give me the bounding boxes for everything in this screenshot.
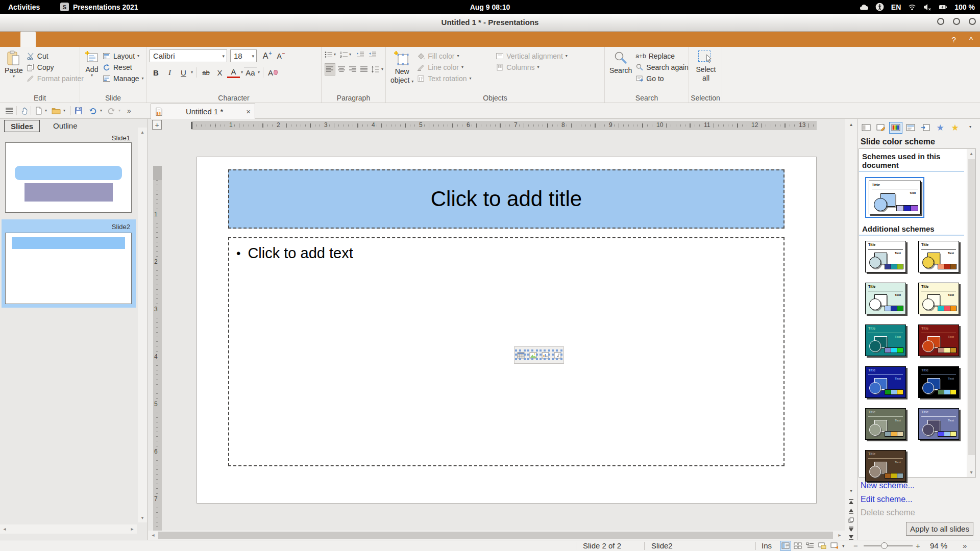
sidebar-tab-master[interactable] xyxy=(904,122,917,134)
text-rotation-button[interactable]: Text rotation ▾ xyxy=(417,73,494,84)
ribbon-tab[interactable] xyxy=(20,32,36,47)
zoom-slider-knob[interactable] xyxy=(881,542,888,549)
undo-dropdown[interactable]: ▾ xyxy=(98,106,104,116)
zoom-level[interactable]: 94 % xyxy=(930,541,947,550)
slide-sorter-button[interactable] xyxy=(792,541,803,550)
scroll-thumb[interactable] xyxy=(968,159,975,455)
scheme-list-scrollbar[interactable]: ▴ ▾ xyxy=(967,149,975,477)
superscript-button[interactable]: X xyxy=(213,66,226,79)
app-menu[interactable]: S Presentations 2021 xyxy=(60,3,138,11)
close-button[interactable] xyxy=(969,18,976,25)
ribbon-tab[interactable] xyxy=(112,32,128,47)
sidebar-tab-effects[interactable]: ★ xyxy=(948,122,962,134)
normal-view-button[interactable] xyxy=(780,541,791,550)
hscroll-thumb[interactable] xyxy=(158,532,833,539)
color-scheme-thumbnail[interactable]: Title Text xyxy=(918,241,959,272)
ribbon-tab[interactable] xyxy=(36,32,51,47)
minimize-button[interactable] xyxy=(937,18,944,25)
redo-button[interactable] xyxy=(106,106,116,116)
new-scheme-link[interactable]: New scheme... xyxy=(861,481,915,490)
line-color-button[interactable]: Line color ▾ xyxy=(417,62,494,72)
scroll-left-icon[interactable]: ◂ xyxy=(1,524,8,534)
outline-view-button[interactable] xyxy=(804,541,816,550)
underline-button[interactable]: U xyxy=(177,66,190,79)
slide-position[interactable]: Slide 2 of 2 xyxy=(583,541,621,550)
color-scheme-thumbnail[interactable]: Title Text xyxy=(918,283,959,314)
scroll-up-icon[interactable]: ▴ xyxy=(967,149,975,158)
increase-indent-icon[interactable] xyxy=(356,51,364,58)
ribbon-tab[interactable] xyxy=(5,32,20,47)
activities-button[interactable]: Activities xyxy=(8,3,40,11)
manage-button[interactable]: Manage ▾ xyxy=(103,73,144,84)
columns-button[interactable]: Columns ▾ xyxy=(496,62,587,72)
slide-overview-button[interactable] xyxy=(846,516,856,524)
ribbon-tab[interactable] xyxy=(51,32,66,47)
system-tray[interactable]: EN 100 % xyxy=(860,3,975,11)
scroll-down-icon[interactable]: ▾ xyxy=(846,486,856,495)
sidebar-tab-animations[interactable]: ★ xyxy=(934,122,947,134)
undo-button[interactable] xyxy=(88,106,98,116)
add-slide-button[interactable]: Add ▾ xyxy=(83,49,101,91)
align-left-button[interactable] xyxy=(325,63,335,76)
sidebar-tab-transitions[interactable] xyxy=(919,122,932,134)
sidebar-tab-layouts[interactable] xyxy=(860,122,873,134)
slide-name[interactable]: Slide2 xyxy=(651,541,673,550)
replace-button[interactable]: a+b Replace xyxy=(635,51,689,61)
slides-pane-hscrollbar[interactable]: ◂ ▸ xyxy=(0,524,137,534)
used-scheme-selected[interactable]: Title Text xyxy=(865,177,924,218)
slideshow-button[interactable] xyxy=(829,541,840,550)
first-slide-button[interactable] xyxy=(846,497,856,506)
zoom-out-button[interactable]: − xyxy=(853,541,858,550)
document-tab[interactable]: S Untitled 1 * × xyxy=(151,104,255,119)
justify-button[interactable] xyxy=(359,63,369,76)
chevron-down-icon[interactable]: ▾ xyxy=(258,71,260,74)
insert-table-button[interactable] xyxy=(516,350,525,360)
body-placeholder[interactable]: • Click to add text xyxy=(228,237,785,466)
color-scheme-thumbnail[interactable]: Title Text xyxy=(865,408,906,440)
align-right-button[interactable] xyxy=(348,63,358,76)
sidebar-more-button[interactable]: ▾ xyxy=(964,121,977,133)
fill-color-button[interactable]: Fill color ▾ xyxy=(417,51,494,61)
select-all-button[interactable]: Select all xyxy=(695,49,718,91)
scroll-up-icon[interactable]: ▴ xyxy=(138,128,147,137)
notes-view-button[interactable] xyxy=(817,541,828,550)
redo-dropdown[interactable]: ▾ xyxy=(116,106,122,116)
shrink-font-button[interactable]: A− xyxy=(275,50,287,62)
insert-chart-button[interactable] xyxy=(541,350,550,360)
italic-button[interactable]: I xyxy=(163,66,176,79)
insert-mode[interactable]: Ins xyxy=(762,541,772,550)
previous-slide-button[interactable] xyxy=(846,507,856,515)
slide1-thumbnail[interactable] xyxy=(5,142,132,213)
numbered-list-icon[interactable] xyxy=(340,51,348,58)
change-case-button[interactable]: Aa xyxy=(244,67,257,78)
new-document-dropdown[interactable]: ▾ xyxy=(43,106,49,116)
scroll-right-icon[interactable]: ▸ xyxy=(129,524,136,534)
ribbon-tab[interactable] xyxy=(82,32,97,47)
title-placeholder[interactable]: Click to add title xyxy=(228,169,785,229)
slideshow-dropdown[interactable]: ▾ xyxy=(842,543,845,548)
insert-image-button[interactable] xyxy=(528,350,537,360)
vertical-ruler[interactable]: 1234567 xyxy=(153,166,162,531)
color-scheme-thumbnail[interactable]: Title Text xyxy=(865,366,906,398)
scroll-down-icon[interactable]: ▾ xyxy=(967,468,975,477)
font-name-combo[interactable]: Calibri ▾ xyxy=(150,49,227,62)
sidebar-menu-button[interactable] xyxy=(4,106,14,116)
maximize-button[interactable] xyxy=(953,18,960,25)
color-scheme-thumbnail[interactable]: Title Text xyxy=(869,181,921,214)
layout-button[interactable]: Layout ▾ xyxy=(103,51,144,61)
next-slide-button[interactable] xyxy=(846,525,856,534)
color-scheme-thumbnail[interactable]: Title Text xyxy=(865,283,906,314)
horizontal-ruler[interactable]: 12345678910111213 xyxy=(191,121,817,130)
ruler-corner-button[interactable]: + xyxy=(152,120,162,130)
toolbar-overflow-button[interactable]: » xyxy=(126,106,133,116)
color-scheme-thumbnail[interactable]: Title Text xyxy=(918,366,959,398)
canvas-hscrollbar[interactable]: ◂ ▸ xyxy=(148,531,845,540)
scroll-up-icon[interactable]: ▴ xyxy=(846,120,856,129)
chevron-down-icon[interactable]: ▾ xyxy=(241,71,243,74)
align-center-button[interactable] xyxy=(336,63,347,76)
format-painter-button[interactable]: Format painter xyxy=(27,73,84,84)
status-overflow-button[interactable]: » xyxy=(963,541,967,550)
reset-formatting-button[interactable]: A xyxy=(266,66,279,79)
scroll-right-icon[interactable]: ▸ xyxy=(836,531,843,540)
clock[interactable]: Aug 9 08:10 xyxy=(470,3,510,11)
